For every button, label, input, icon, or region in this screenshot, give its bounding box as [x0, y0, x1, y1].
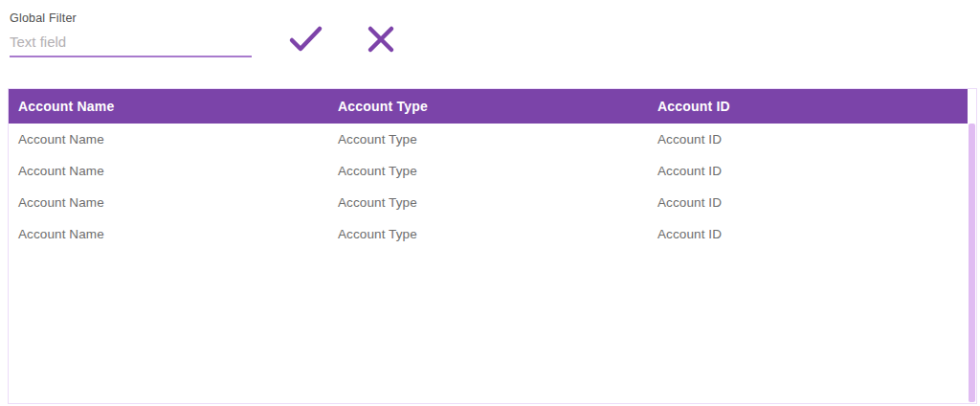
- column-header-account-type[interactable]: Account Type: [328, 89, 648, 124]
- vertical-scrollbar[interactable]: [969, 124, 975, 402]
- column-header-account-id[interactable]: Account ID: [648, 89, 968, 124]
- cancel-button[interactable]: [360, 21, 402, 57]
- check-icon: [288, 25, 324, 54]
- table-row[interactable]: Account NameAccount TypeAccount ID: [9, 187, 968, 218]
- cell-account-id: Account ID: [648, 155, 968, 187]
- confirm-button[interactable]: [285, 21, 327, 57]
- cell-account-type: Account Type: [328, 124, 648, 155]
- cell-account-type: Account Type: [328, 187, 648, 218]
- cell-account-id: Account ID: [648, 124, 968, 155]
- cell-account-type: Account Type: [328, 155, 648, 187]
- cell-account-name: Account Name: [9, 124, 328, 155]
- filter-bar: Global Filter: [0, 0, 980, 88]
- table-body: Account NameAccount TypeAccount IDAccoun…: [9, 124, 968, 250]
- table-row[interactable]: Account NameAccount TypeAccount ID: [9, 218, 968, 250]
- x-icon: [366, 25, 396, 54]
- table-row[interactable]: Account NameAccount TypeAccount ID: [9, 155, 968, 187]
- cell-account-id: Account ID: [648, 187, 968, 218]
- table-header-row: Account NameAccount TypeAccount ID: [9, 89, 968, 124]
- cell-account-type: Account Type: [328, 218, 648, 250]
- global-filter-label: Global Filter: [10, 11, 252, 25]
- column-header-account-name[interactable]: Account Name: [9, 89, 328, 124]
- accounts-table: Account NameAccount TypeAccount ID Accou…: [8, 88, 977, 404]
- global-filter-field: Global Filter: [10, 11, 252, 57]
- cell-account-name: Account Name: [9, 155, 328, 187]
- global-filter-input[interactable]: [10, 32, 252, 57]
- cell-account-name: Account Name: [9, 218, 328, 250]
- cell-account-id: Account ID: [648, 218, 968, 250]
- cell-account-name: Account Name: [9, 187, 328, 218]
- table-row[interactable]: Account NameAccount TypeAccount ID: [9, 124, 968, 155]
